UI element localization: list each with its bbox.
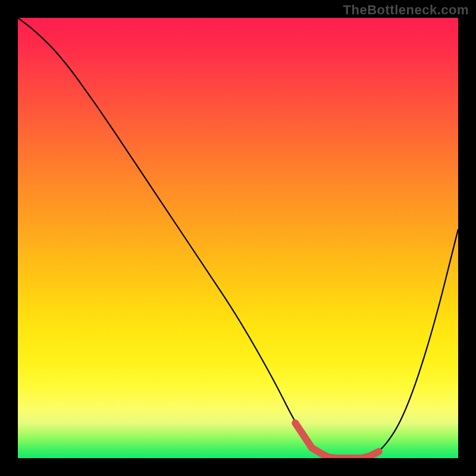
chart-container: TheBottleneck.com [0,0,476,476]
bottleneck-curve [18,18,458,458]
plot-area [18,18,458,458]
curve-svg [18,18,458,458]
optimal-range-highlight [295,423,379,458]
watermark-text: TheBottleneck.com [343,2,469,18]
